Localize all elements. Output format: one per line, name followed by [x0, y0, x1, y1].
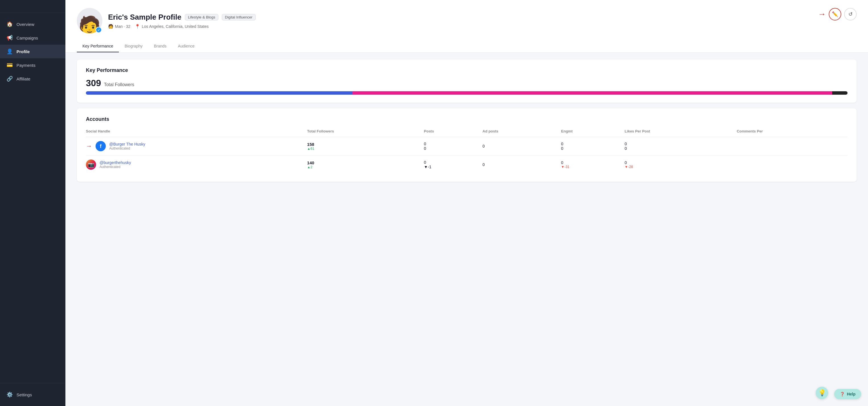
affiliate-icon: 🔗 [7, 76, 12, 82]
likes-cell-1: 0▼-28 [621, 156, 733, 174]
social-handle-cell-1: 📷 @burgerthehusky Authenticated [86, 156, 304, 174]
sidebar-nav: 🏠Overview📢Campaigns👤Profile💳Payments🔗Aff… [0, 13, 65, 383]
sidebar-item-settings[interactable]: ⚙️Settings [0, 388, 65, 401]
col-header-3: Ad posts [479, 127, 558, 137]
profile-tabs: Key PerformanceBiographyBrandsAudience [77, 40, 857, 52]
key-performance-card: Key Performance 309 Total Followers [77, 59, 857, 103]
tab-brands[interactable]: Brands [148, 40, 172, 52]
payments-icon: 💳 [7, 62, 12, 68]
col-header-0: Social Handle [86, 127, 304, 137]
col-header-1: Total Followers [304, 127, 421, 137]
edit-profile-button[interactable]: ✏️ [829, 8, 841, 21]
accounts-table: Social HandleTotal FollowersPostsAd post… [86, 127, 847, 174]
progress-black [832, 91, 847, 95]
tag-lifestyle: Lifestyle & Blogs [185, 14, 218, 21]
accounts-title: Accounts [86, 116, 847, 122]
followers-label: Total Followers [104, 82, 134, 87]
avatar-wrap: 🧑 ✓ [77, 8, 102, 34]
sidebar-item-campaigns[interactable]: 📢Campaigns [0, 31, 65, 44]
followers-count: 309 [86, 78, 101, 88]
followers-row: 309 Total Followers [86, 78, 847, 88]
followers-progress-bar [86, 91, 847, 95]
tab-biography[interactable]: Biography [119, 40, 148, 52]
gender-icon: 🧑 [108, 24, 114, 29]
col-header-4: Engmt [558, 127, 621, 137]
main-content: 🧑 ✓ Eric's Sample Profile Lifestyle & Bl… [65, 0, 868, 406]
comments-cell-0 [733, 137, 847, 156]
profile-header: 🧑 ✓ Eric's Sample Profile Lifestyle & Bl… [65, 0, 868, 53]
followers-cell-0: 158▲61 [304, 137, 421, 156]
social-handle-cell-0: → f @Burger The Husky Authenticated [86, 137, 304, 156]
posts-cell-1: 0▼-1 [421, 156, 479, 174]
sidebar-item-payments[interactable]: 💳Payments [0, 58, 65, 72]
help-button[interactable]: ❓ Help [834, 389, 861, 399]
facebook-icon: f [96, 141, 106, 151]
accounts-card: Accounts Social HandleTotal FollowersPos… [77, 108, 857, 182]
comments-cell-1 [733, 156, 847, 174]
sidebar-label-payments: Payments [17, 63, 36, 68]
sidebar-label-campaigns: Campaigns [17, 35, 38, 40]
sidebar-item-affiliate[interactable]: 🔗Affiliate [0, 72, 65, 86]
help-circle-icon: ❓ [840, 392, 845, 396]
campaigns-icon: 📢 [7, 35, 12, 41]
key-performance-title: Key Performance [86, 67, 847, 73]
tag-influencer: Digital Influencer [222, 14, 256, 21]
gender-age-text: Man · 32 [115, 24, 130, 29]
sidebar-label-settings: Settings [17, 392, 32, 397]
profile-actions: → ✏️ ↺ [818, 8, 857, 21]
sidebar-item-profile[interactable]: 👤Profile [0, 44, 65, 58]
col-header-6: Comments Per [733, 127, 847, 137]
handle-name-1[interactable]: @burgerthehusky [99, 160, 131, 165]
help-label: Help [847, 392, 856, 396]
lightbulb-icon: 💡 [818, 389, 826, 397]
settings-icon: ⚙️ [7, 392, 12, 398]
adposts-cell-0: 0 [479, 137, 558, 156]
profile-name-row: Eric's Sample Profile Lifestyle & Blogs … [108, 13, 857, 22]
col-header-5: Likes Per Post [621, 127, 733, 137]
edit-arrow-indicator: → [818, 10, 826, 19]
lightbulb-button[interactable]: 💡 [816, 387, 828, 399]
profile-top: 🧑 ✓ Eric's Sample Profile Lifestyle & Bl… [77, 8, 857, 34]
content-area: Key Performance 309 Total Followers Acco… [65, 53, 868, 194]
refresh-button[interactable]: ↺ [844, 8, 857, 21]
progress-blue [86, 91, 352, 95]
sidebar: 🏠Overview📢Campaigns👤Profile💳Payments🔗Aff… [0, 0, 65, 406]
profile-info: Eric's Sample Profile Lifestyle & Blogs … [108, 13, 857, 29]
sidebar-logo [0, 0, 65, 13]
handle-name-0[interactable]: @Burger The Husky [109, 142, 145, 147]
adposts-cell-1: 0 [479, 156, 558, 174]
sidebar-bottom: ⚙️Settings [0, 383, 65, 406]
progress-pink [352, 91, 832, 95]
sidebar-label-profile: Profile [17, 49, 30, 54]
profile-location: 📍 Los Angeles, California, United States [135, 24, 209, 29]
tab-key-performance[interactable]: Key Performance [77, 40, 119, 52]
profile-meta: 🧑 Man · 32 📍 Los Angeles, California, Un… [108, 24, 857, 29]
engmt-cell-1: 0▼-31 [558, 156, 621, 174]
location-text: Los Angeles, California, United States [142, 24, 209, 29]
sidebar-item-overview[interactable]: 🏠Overview [0, 17, 65, 31]
tab-audience[interactable]: Audience [172, 40, 200, 52]
handle-status-1: Authenticated [99, 165, 131, 169]
table-row: 📷 @burgerthehusky Authenticated 140▲20▼-… [86, 156, 847, 174]
instagram-icon: 📷 [86, 159, 96, 170]
posts-cell-0: 00 [421, 137, 479, 156]
sidebar-label-overview: Overview [17, 22, 34, 27]
col-header-2: Posts [421, 127, 479, 137]
overview-icon: 🏠 [7, 21, 12, 27]
verified-badge: ✓ [96, 27, 102, 33]
profile-gender-age: 🧑 Man · 32 [108, 24, 130, 29]
sidebar-label-affiliate: Affiliate [17, 76, 30, 81]
engmt-cell-0: 00 [558, 137, 621, 156]
followers-cell-1: 140▲2 [304, 156, 421, 174]
handle-status-0: Authenticated [109, 147, 145, 150]
likes-cell-0: 00 [621, 137, 733, 156]
location-icon: 📍 [135, 24, 140, 29]
profile-icon: 👤 [7, 49, 12, 54]
profile-name: Eric's Sample Profile [108, 13, 181, 22]
row-arrow: → [86, 143, 92, 150]
table-row: → f @Burger The Husky Authenticated 158▲… [86, 137, 847, 156]
